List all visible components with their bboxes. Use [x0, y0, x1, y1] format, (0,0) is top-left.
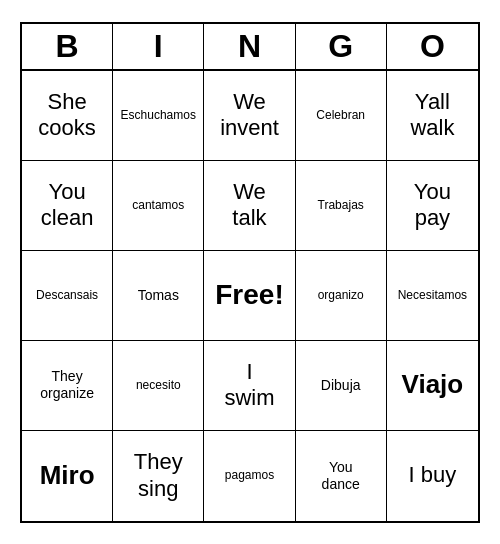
- bingo-cell[interactable]: Miro: [22, 431, 113, 521]
- bingo-card: BINGO ShecooksEschuchamosWeinventCelebra…: [20, 22, 480, 523]
- bingo-cell[interactable]: necesito: [113, 341, 204, 431]
- bingo-cell[interactable]: Shecooks: [22, 71, 113, 161]
- header-letter: I: [113, 24, 204, 69]
- cell-text: Theyorganize: [40, 368, 94, 402]
- bingo-cell[interactable]: organizo: [296, 251, 387, 341]
- bingo-cell[interactable]: Trabajas: [296, 161, 387, 251]
- cell-text: Youdance: [322, 459, 360, 493]
- bingo-cell[interactable]: Theyorganize: [22, 341, 113, 431]
- bingo-cell[interactable]: Eschuchamos: [113, 71, 204, 161]
- cell-text: Celebran: [316, 108, 365, 122]
- bingo-cell[interactable]: Dibuja: [296, 341, 387, 431]
- header-letter: G: [296, 24, 387, 69]
- bingo-cell[interactable]: I buy: [387, 431, 478, 521]
- bingo-cell[interactable]: Celebran: [296, 71, 387, 161]
- header-letter: B: [22, 24, 113, 69]
- cell-text: Youpay: [414, 179, 451, 232]
- cell-text: Youclean: [41, 179, 94, 232]
- cell-text: Trabajas: [318, 198, 364, 212]
- cell-text: Shecooks: [38, 89, 95, 142]
- bingo-cell[interactable]: Theysing: [113, 431, 204, 521]
- header-letter: O: [387, 24, 478, 69]
- bingo-cell[interactable]: Youpay: [387, 161, 478, 251]
- bingo-cell[interactable]: Youclean: [22, 161, 113, 251]
- bingo-cell[interactable]: cantamos: [113, 161, 204, 251]
- cell-text: I buy: [409, 462, 457, 488]
- bingo-cell[interactable]: pagamos: [204, 431, 295, 521]
- bingo-grid: ShecooksEschuchamosWeinventCelebranYallw…: [22, 71, 478, 521]
- bingo-cell[interactable]: Free!: [204, 251, 295, 341]
- cell-text: Dibuja: [321, 377, 361, 394]
- cell-text: pagamos: [225, 468, 274, 482]
- bingo-cell[interactable]: Tomas: [113, 251, 204, 341]
- cell-text: cantamos: [132, 198, 184, 212]
- bingo-header: BINGO: [22, 24, 478, 71]
- cell-text: Theysing: [134, 449, 183, 502]
- bingo-cell[interactable]: Yallwalk: [387, 71, 478, 161]
- cell-text: Eschuchamos: [121, 108, 196, 122]
- cell-text: Weinvent: [220, 89, 279, 142]
- cell-text: Iswim: [224, 359, 274, 412]
- bingo-cell[interactable]: Iswim: [204, 341, 295, 431]
- bingo-cell[interactable]: Viajo: [387, 341, 478, 431]
- bingo-cell[interactable]: Youdance: [296, 431, 387, 521]
- bingo-cell[interactable]: Descansais: [22, 251, 113, 341]
- cell-text: Tomas: [138, 287, 179, 304]
- cell-text: Free!: [215, 278, 283, 312]
- bingo-cell[interactable]: Wetalk: [204, 161, 295, 251]
- cell-text: Wetalk: [232, 179, 266, 232]
- bingo-cell[interactable]: Weinvent: [204, 71, 295, 161]
- header-letter: N: [204, 24, 295, 69]
- cell-text: Necesitamos: [398, 288, 467, 302]
- cell-text: Miro: [40, 460, 95, 491]
- cell-text: necesito: [136, 378, 181, 392]
- cell-text: Descansais: [36, 288, 98, 302]
- cell-text: organizo: [318, 288, 364, 302]
- cell-text: Yallwalk: [410, 89, 454, 142]
- cell-text: Viajo: [402, 369, 464, 400]
- bingo-cell[interactable]: Necesitamos: [387, 251, 478, 341]
